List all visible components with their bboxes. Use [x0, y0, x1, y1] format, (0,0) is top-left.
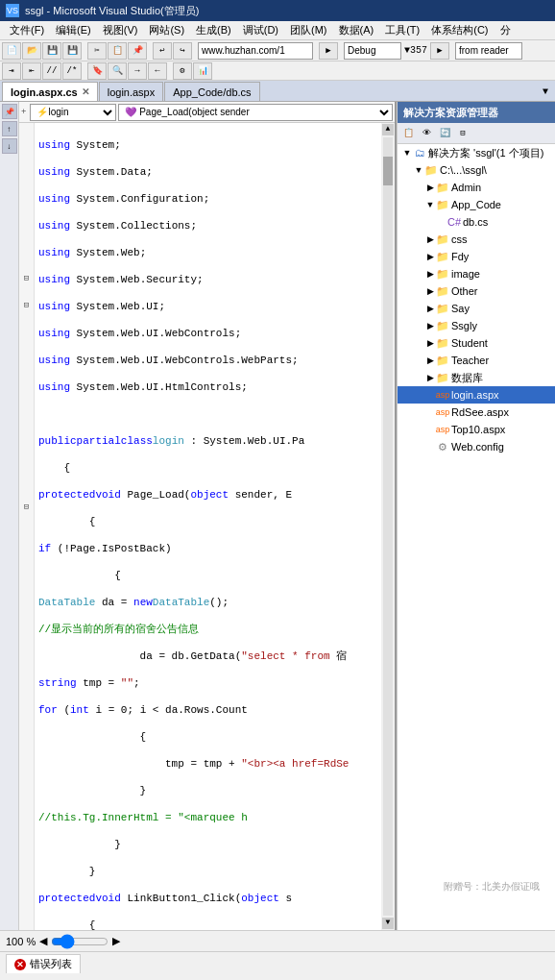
tree-other[interactable]: ▶ 📁 Other — [398, 282, 555, 300]
tree-image-label: image — [451, 268, 480, 280]
menu-website[interactable]: 网站(S) — [143, 21, 190, 39]
zoom-bar: 100 % ◀ ▶ 附赠号：北美办假证哦 — [0, 930, 555, 951]
tree-db-cs[interactable]: C# db.cs — [398, 213, 555, 231]
tb-url-input[interactable] — [198, 42, 313, 60]
code-line: protected void LinkButton1_Click(object … — [35, 892, 381, 905]
zoom-decrease[interactable]: ◀ — [39, 935, 47, 947]
tb-copy[interactable]: 📋 — [108, 42, 127, 60]
tb-uncomment[interactable]: /* — [62, 62, 82, 80]
tb-save[interactable]: 💾 — [42, 42, 61, 60]
tree-solution-root[interactable]: ▼ 🗂 解决方案 'ssgl'(1 个项目) — [398, 144, 555, 161]
method-dropdown[interactable]: 💜 Page_Load(object sender — [118, 104, 393, 121]
code-line: //this.Tg.InnerHtml = "<marquee h — [35, 811, 381, 824]
scroll-up[interactable]: ▲ — [382, 124, 394, 135]
tb-nav[interactable]: → — [128, 62, 147, 80]
code-area[interactable]: using System; using System.Data; using S… — [35, 123, 381, 930]
menu-more[interactable]: 分 — [495, 21, 517, 39]
tb-debug-num: ▼357 — [402, 45, 429, 56]
tree-rdsee-aspx[interactable]: asp RdSee.aspx — [398, 404, 555, 421]
tree-root-path[interactable]: ▼ 📁 C:\...\ssgl\ — [398, 161, 555, 179]
tb-paste[interactable]: 📌 — [128, 42, 147, 60]
tab-overflow-dropdown[interactable]: ▼ — [538, 82, 553, 101]
tb-outdent[interactable]: ⇤ — [22, 62, 41, 80]
sol-properties[interactable]: 📋 — [399, 125, 417, 142]
tree-arrow: ▼ — [424, 200, 436, 209]
tb-debug-input[interactable] — [344, 42, 401, 60]
side-pin[interactable]: 📌 — [2, 104, 17, 119]
tree-ssgly[interactable]: ▶ 📁 Ssgly — [398, 317, 555, 334]
tree-admin[interactable]: ▶ 📁 Admin — [398, 179, 555, 196]
lm-45 — [19, 715, 34, 728]
tab-app-code-db[interactable]: App_Code/db.cs — [164, 82, 259, 101]
tb-save-all[interactable]: 💾 — [62, 42, 82, 60]
tb-extra1[interactable]: ⚙ — [173, 62, 192, 80]
lm-33 — [19, 553, 34, 567]
tree-top10-aspx[interactable]: asp Top10.aspx — [398, 421, 555, 438]
sol-show-all[interactable]: 👁 — [418, 125, 435, 142]
scroll-track[interactable] — [383, 137, 393, 916]
menu-arch[interactable]: 体系结构(C) — [425, 21, 494, 39]
tb-from-input[interactable] — [455, 42, 522, 60]
tree-fdy[interactable]: ▶ 📁 Fdy — [398, 248, 555, 265]
tree-student[interactable]: ▶ 📁 Student — [398, 334, 555, 352]
tree-say[interactable]: ▶ 📁 Say — [398, 300, 555, 317]
tree-teacher[interactable]: ▶ 📁 Teacher — [398, 352, 555, 369]
menu-team[interactable]: 团队(M) — [284, 21, 333, 39]
menu-edit[interactable]: 编辑(E) — [50, 21, 97, 39]
code-content: using System; using System.Data; using S… — [35, 123, 381, 930]
lm-48 — [19, 755, 34, 769]
tb-debug-btn[interactable]: ▶ — [430, 42, 449, 60]
tree-database[interactable]: ▶ 📁 数据库 — [398, 369, 555, 386]
sol-refresh[interactable]: 🔄 — [436, 125, 453, 142]
tab-close-0[interactable]: ✕ — [82, 86, 89, 97]
tb-go[interactable]: ▶ — [319, 42, 338, 60]
lm-collapse-29[interactable]: ⊟ — [19, 500, 34, 513]
side-nav2[interactable]: ↓ — [2, 138, 17, 154]
tb-redo[interactable]: ↪ — [173, 42, 192, 60]
lm-4 — [19, 163, 34, 177]
folder-icon-other: 📁 — [436, 284, 449, 298]
code-line: { — [35, 730, 381, 744]
tree-web-config[interactable]: ⚙ Web.config — [398, 438, 555, 455]
class-dropdown[interactable]: ⚡login — [30, 104, 116, 121]
tree-login-aspx[interactable]: asp login.aspx — [398, 386, 555, 404]
tree-say-label: Say — [451, 303, 470, 314]
tree-app-code[interactable]: ▼ 📁 App_Code — [398, 196, 555, 213]
error-list-tab[interactable]: ✕ 错误列表 — [6, 954, 81, 973]
tb-new[interactable]: 📄 — [2, 42, 21, 60]
lm-collapse-12[interactable]: ⊟ — [19, 271, 34, 284]
zoom-slider[interactable] — [51, 937, 109, 946]
tb-find[interactable]: 🔍 — [108, 62, 127, 80]
editor-scrollbar[interactable]: ▲ ▼ — [381, 123, 395, 930]
tb-comment[interactable]: // — [42, 62, 61, 80]
side-nav1[interactable]: ↑ — [2, 121, 17, 136]
menu-tools[interactable]: 工具(T) — [379, 21, 425, 39]
tb-nav2[interactable]: ← — [148, 62, 167, 80]
lm-9 — [19, 231, 34, 244]
tb-extra2[interactable]: 📊 — [193, 62, 212, 80]
menu-file[interactable]: 文件(F) — [4, 21, 50, 39]
sol-collapse[interactable]: ⊟ — [454, 125, 471, 142]
tb-undo[interactable]: ↩ — [153, 42, 172, 60]
lm-34 — [19, 567, 34, 580]
tab-login-aspx[interactable]: login.aspx — [99, 82, 164, 101]
tab-login-aspx-cs[interactable]: login.aspx.cs ✕ — [2, 82, 98, 101]
menu-view[interactable]: 视图(V) — [97, 21, 144, 39]
tree-css[interactable]: ▶ 📁 css — [398, 231, 555, 248]
folder-icon-ssgly: 📁 — [436, 319, 449, 332]
tb-open[interactable]: 📂 — [22, 42, 41, 60]
tb-indent[interactable]: ⇥ — [2, 62, 21, 80]
lm-23 — [19, 419, 34, 432]
tree-image[interactable]: ▶ 📁 image — [398, 265, 555, 282]
menu-build[interactable]: 生成(B) — [190, 21, 237, 39]
lm-collapse-14[interactable]: ⊟ — [19, 298, 34, 311]
menu-debug[interactable]: 调试(D) — [237, 21, 284, 39]
zoom-increase[interactable]: ▶ — [112, 935, 120, 947]
tb-bookmark[interactable]: 🔖 — [87, 62, 107, 80]
scroll-thumb[interactable] — [383, 157, 393, 185]
tb-cut[interactable]: ✂ — [87, 42, 107, 60]
app-icon: VS — [6, 4, 19, 17]
menu-bar: 文件(F) 编辑(E) 视图(V) 网站(S) 生成(B) 调试(D) 团队(M… — [0, 21, 555, 40]
menu-data[interactable]: 数据(A) — [333, 21, 380, 39]
scroll-down[interactable]: ▼ — [382, 918, 394, 929]
